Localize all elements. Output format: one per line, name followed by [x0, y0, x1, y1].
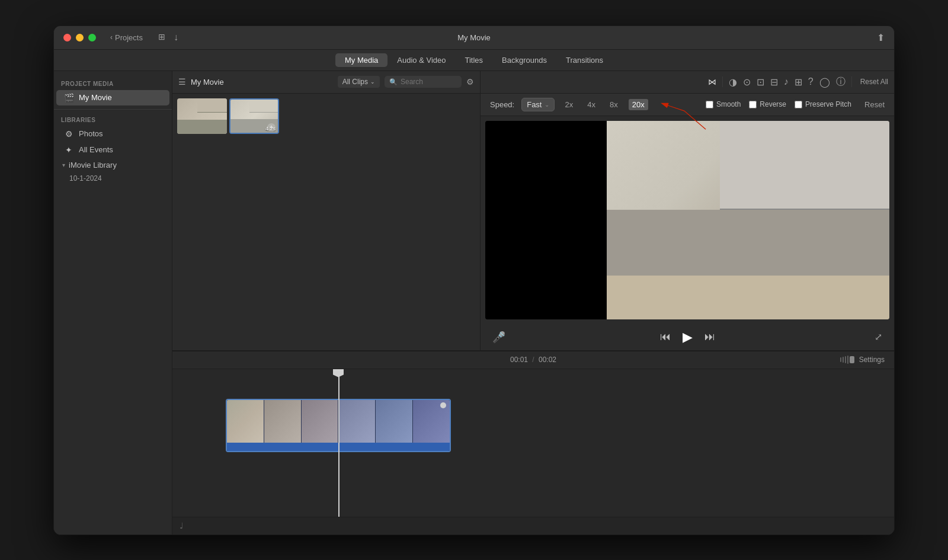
toolbar-separator-2: [851, 76, 852, 87]
grid-view-icon[interactable]: ⊞: [158, 32, 165, 43]
speed-dropdown-chevron-icon: ⌄: [545, 101, 549, 108]
media-browser-header: ☰ My Movie All Clips ⌄ 🔍 ⚙: [172, 71, 480, 94]
import-icon[interactable]: ↓: [174, 32, 178, 43]
play-button[interactable]: ▶: [683, 329, 693, 345]
sidebar-library-label: iMovie Library: [69, 161, 117, 169]
zoom-handle[interactable]: [850, 356, 854, 363]
video-cabinet: [720, 121, 889, 210]
sidebar-my-movie-label: My Movie: [79, 93, 112, 102]
chevron-left-icon: ‹: [110, 33, 113, 41]
reset-all-button[interactable]: Reset All: [860, 78, 888, 86]
smooth-checkbox[interactable]: Smooth: [706, 100, 741, 108]
share-button[interactable]: ⬆: [877, 32, 885, 43]
top-section: ☰ My Movie All Clips ⌄ 🔍 ⚙: [172, 71, 894, 351]
timeline-timecode: 00:01 / 00:02: [510, 356, 556, 364]
crop-icon[interactable]: ⊡: [757, 76, 764, 88]
sidebar-item-date[interactable]: 10-1-2024: [54, 172, 172, 185]
speed-checkbox-group: Smooth Reverse Preserve Pitch Reset: [706, 100, 885, 109]
clip-frame-3: [302, 400, 339, 443]
share-icon: ⬆: [877, 33, 885, 43]
thumb-kitchen-cabinet: [197, 98, 227, 113]
sidebar-events-label: All Events: [79, 145, 113, 154]
title-bar: ‹ Projects ⊞ ↓ My Movie ⬆: [54, 26, 894, 50]
speed-8x-button[interactable]: 8x: [606, 99, 622, 110]
browser-settings-icon[interactable]: ⚙: [466, 77, 474, 87]
skip-back-button[interactable]: ⏮: [660, 331, 671, 343]
audio-icon[interactable]: ♪: [784, 76, 789, 87]
title-bar-icons: ⊞ ↓: [158, 32, 178, 43]
sidebar: PROJECT MEDIA 🎬 My Movie LIBRARIES ⚙ Pho…: [54, 71, 172, 535]
chevron-down-icon: ▾: [62, 162, 65, 168]
info-icon[interactable]: ⓘ: [836, 76, 845, 88]
tab-titles[interactable]: Titles: [455, 53, 492, 67]
maximize-button[interactable]: [88, 34, 96, 41]
speed-controls: Speed: Fast ⌄ 2x 4x 8x 20x Smooth: [481, 94, 894, 116]
tab-backgrounds[interactable]: Backgrounds: [492, 53, 556, 67]
close-button[interactable]: [63, 34, 71, 41]
sidebar-toggle-button[interactable]: ☰: [178, 77, 186, 87]
person-icon[interactable]: ◯: [819, 76, 830, 88]
projects-button[interactable]: ‹ Projects: [110, 33, 143, 42]
preview-controls: 🎤 ⏮ ▶ ⏭ ⤢: [481, 324, 894, 350]
speed-4x-button[interactable]: 4x: [584, 99, 599, 110]
zoom-tick-2: [843, 357, 844, 363]
media-browser: ☰ My Movie All Clips ⌄ 🔍 ⚙: [172, 71, 481, 350]
preview-panel: ⋈ ◑ ⊙ ⊡ ⊟ ♪ ⊞ ? ◯ ⓘ Reset All: [481, 71, 894, 350]
timeline-zoom-control[interactable]: [840, 356, 854, 364]
media-thumb-1[interactable]: [177, 98, 227, 134]
search-input[interactable]: [401, 78, 457, 86]
smooth-checkbox-input[interactable]: [706, 101, 713, 108]
speed-2x-button[interactable]: 2x: [562, 99, 577, 110]
minimize-button[interactable]: [76, 34, 84, 41]
preserve-pitch-checkbox-input[interactable]: [795, 101, 802, 108]
clips-filter-dropdown[interactable]: All Clips ⌄: [338, 76, 380, 88]
question-icon[interactable]: ?: [808, 76, 814, 87]
events-icon: ✦: [63, 145, 74, 155]
speed-dropdown[interactable]: Fast ⌄: [521, 98, 554, 111]
tab-transitions[interactable]: Transitions: [556, 53, 613, 67]
media-thumb-1-preview: [177, 98, 227, 134]
reverse-checkbox[interactable]: Reverse: [749, 100, 786, 108]
media-browser-title: My Movie: [191, 78, 333, 87]
project-media-section-title: PROJECT MEDIA: [54, 77, 172, 89]
microphone-icon[interactable]: 🎤: [492, 331, 505, 344]
color-correct-icon[interactable]: ◑: [729, 76, 737, 88]
video-room-area: [607, 121, 889, 319]
film-icon: 🎬: [63, 93, 74, 103]
toolbar-tabs: My Media Audio & Video Titles Background…: [54, 50, 894, 71]
zoom-tick-4: [847, 356, 848, 364]
total-time: 00:02: [539, 356, 556, 364]
sidebar-item-my-movie[interactable]: 🎬 My Movie: [56, 90, 169, 105]
tab-my-media[interactable]: My Media: [335, 53, 387, 67]
skip-forward-button[interactable]: ⏭: [704, 331, 715, 343]
preserve-pitch-checkbox[interactable]: Preserve Pitch: [795, 100, 851, 108]
tab-audio-video[interactable]: Audio & Video: [387, 53, 455, 67]
search-icon: 🔍: [389, 78, 398, 86]
zoom-tick-3: [845, 356, 846, 363]
clip-frame-1: [227, 400, 264, 443]
main-content: PROJECT MEDIA 🎬 My Movie LIBRARIES ⚙ Pho…: [54, 71, 894, 535]
time-separator: /: [532, 356, 534, 364]
current-time: 00:01: [510, 356, 528, 364]
media-thumb-2-add-icon[interactable]: +: [267, 123, 276, 132]
media-thumb-2[interactable]: 4.2s +: [229, 98, 279, 134]
speed-20x-button[interactable]: 20x: [629, 99, 648, 110]
fullscreen-button[interactable]: ⤢: [875, 331, 882, 343]
balance-icon[interactable]: ⊙: [743, 76, 751, 88]
video-content: [485, 121, 889, 319]
sidebar-item-photos[interactable]: ⚙ Photos: [56, 126, 169, 142]
reverse-checkbox-input[interactable]: [749, 101, 757, 108]
app-window: ‹ Projects ⊞ ↓ My Movie ⬆ My Media Audio…: [53, 25, 895, 535]
sidebar-item-all-events[interactable]: ✦ All Events: [56, 142, 169, 158]
clips-filter-label: All Clips: [342, 78, 368, 86]
timeline-track-area[interactable]: [172, 369, 894, 517]
projects-label: Projects: [115, 33, 143, 42]
timeline-settings-button[interactable]: Settings: [859, 356, 885, 364]
camera-icon[interactable]: ⊟: [770, 76, 778, 88]
speed-reset-button[interactable]: Reset: [864, 100, 885, 109]
sidebar-item-imovie-library[interactable]: ▾ iMovie Library: [54, 158, 172, 172]
timeline-header: 00:01 / 00:02 Settings: [172, 351, 894, 369]
speed-tool-icon[interactable]: ⋈: [708, 77, 716, 87]
video-counter: [607, 210, 889, 279]
chart-icon[interactable]: ⊞: [795, 76, 802, 88]
